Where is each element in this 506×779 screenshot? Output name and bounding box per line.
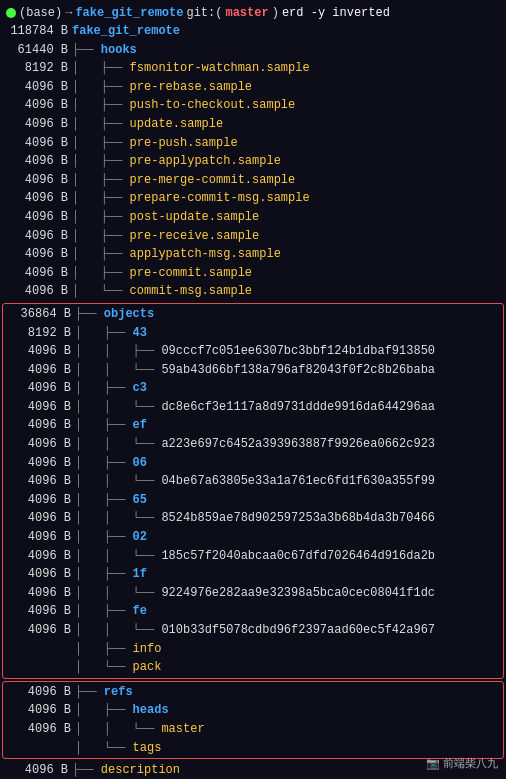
watermark: 📷 前端柴八九: [426, 756, 498, 771]
prompt-line: (base) → fake_git_remote git:(master) er…: [0, 4, 506, 22]
obj-pack: │ └── pack: [3, 658, 503, 677]
hooks-child-12: 4096 B │ └── commit-msg.sample: [0, 282, 506, 301]
refs-master: 4096 B │ │ └── master: [3, 720, 503, 739]
hooks-child-3: 4096 B │ ├── update.sample: [0, 115, 506, 134]
prompt-git: git:(: [186, 6, 222, 20]
obj-43: 8192 B │ ├── 43: [3, 324, 503, 343]
prompt-arrow: →: [65, 6, 72, 20]
obj-1f: 4096 B │ ├── 1f: [3, 565, 503, 584]
hooks-child-0: 8192 B │ ├── fsmonitor-watchman.sample: [0, 59, 506, 78]
obj-info: │ ├── info: [3, 640, 503, 659]
hooks-child-9: 4096 B │ ├── pre-receive.sample: [0, 227, 506, 246]
obj-fe-hash: 4096 B │ │ └── 010b33df5078cdbd96f2397aa…: [3, 621, 503, 640]
hooks-child-8: 4096 B │ ├── post-update.sample: [0, 208, 506, 227]
refs-heads: 4096 B │ ├── heads: [3, 701, 503, 720]
terminal: (base) → fake_git_remote git:(master) er…: [0, 0, 506, 779]
hooks-child-2: 4096 B │ ├── push-to-checkout.sample: [0, 96, 506, 115]
obj-43-hash1: 4096 B │ │ ├── 09cccf7c051ee6307bc3bbf12…: [3, 342, 503, 361]
obj-65: 4096 B │ ├── 65: [3, 491, 503, 510]
prompt-git-suffix: ): [272, 6, 279, 20]
hooks-tree: ├──: [72, 41, 101, 60]
hooks-child-6: 4096 B │ ├── pre-merge-commit.sample: [0, 171, 506, 190]
root-name: fake_git_remote: [72, 22, 180, 41]
objects-dir-line: 36864 B ├── objects: [3, 305, 503, 324]
hooks-size: 61440 B: [4, 41, 72, 60]
refs-tags: │ └── tags: [3, 739, 503, 758]
prompt-cmd: erd -y inverted: [282, 6, 390, 20]
obj-ef: 4096 B │ ├── ef: [3, 416, 503, 435]
hooks-child-7: 4096 B │ ├── prepare-commit-msg.sample: [0, 189, 506, 208]
hooks-child-11: 4096 B │ ├── pre-commit.sample: [0, 264, 506, 283]
refs-dir-line: 4096 B ├── refs: [3, 683, 503, 702]
hooks-child-1: 4096 B │ ├── pre-rebase.sample: [0, 78, 506, 97]
obj-c3: 4096 B │ ├── c3: [3, 379, 503, 398]
prompt-dir: fake_git_remote: [75, 6, 183, 20]
obj-43-hash2: 4096 B │ │ └── 59ab43d66bf138a796af82043…: [3, 361, 503, 380]
obj-02-hash: 4096 B │ │ └── 185c57f2040abcaa0c67dfd70…: [3, 547, 503, 566]
hooks-child-10: 4096 B │ ├── applypatch-msg.sample: [0, 245, 506, 264]
obj-ef-hash: 4096 B │ │ └── a223e697c6452a393963887f9…: [3, 435, 503, 454]
watermark-icon: 📷: [426, 757, 440, 769]
obj-1f-hash: 4096 B │ │ └── 9224976e282aa9e32398a5bca…: [3, 584, 503, 603]
hooks-dir-line: 61440 B ├── hooks: [0, 41, 506, 60]
prompt-base: (base): [19, 6, 62, 20]
prompt-branch: master: [225, 6, 268, 20]
root-size: 118784 B: [4, 22, 72, 41]
obj-02: 4096 B │ ├── 02: [3, 528, 503, 547]
hooks-child-4: 4096 B │ ├── pre-push.sample: [0, 134, 506, 153]
refs-box: 4096 B ├── refs 4096 B │ ├── heads 4096 …: [2, 681, 504, 759]
objects-box: 36864 B ├── objects 8192 B │ ├── 43 4096…: [2, 303, 504, 679]
hooks-child-5: 4096 B │ ├── pre-applypatch.sample: [0, 152, 506, 171]
hooks-name: hooks: [101, 41, 137, 60]
root-line: 118784 B fake_git_remote: [0, 22, 506, 41]
obj-06-hash: 4096 B │ │ └── 04be67a63805e33a1a761ec6f…: [3, 472, 503, 491]
obj-fe: 4096 B │ ├── fe: [3, 602, 503, 621]
obj-65-hash: 4096 B │ │ └── 8524b859ae78d902597253a3b…: [3, 509, 503, 528]
obj-c3-hash: 4096 B │ │ └── dc8e6cf3e1117a8d9731ddde9…: [3, 398, 503, 417]
obj-06: 4096 B │ ├── 06: [3, 454, 503, 473]
green-dot-icon: [6, 8, 16, 18]
